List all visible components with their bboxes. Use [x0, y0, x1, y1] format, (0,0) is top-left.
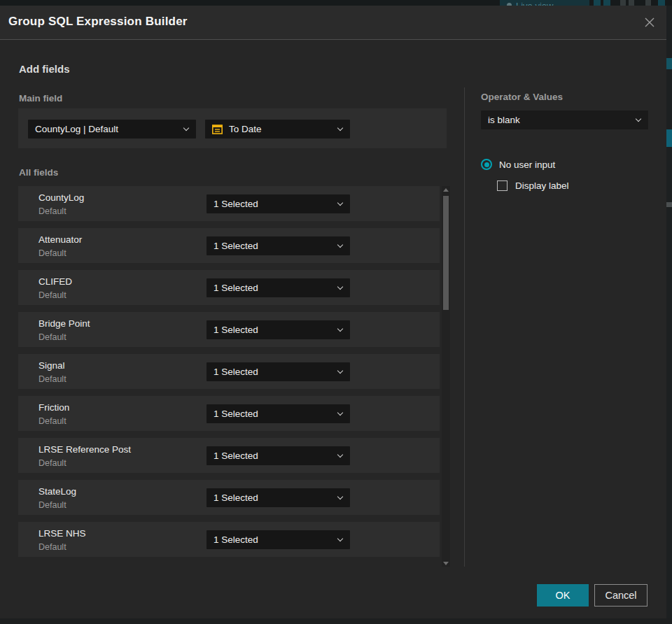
- field-row-attenuator: Attenuator Default 1 Selected: [18, 228, 440, 263]
- calendar-icon: [211, 123, 223, 135]
- chevron-down-icon: [337, 410, 343, 416]
- scroll-down-arrow[interactable]: [442, 560, 450, 567]
- field-selection-value: 1 Selected: [214, 199, 258, 209]
- chevron-down-icon: [337, 242, 343, 248]
- chevron-down-icon: [337, 494, 343, 499]
- toolbar-fragment: [629, 0, 634, 6]
- operator-select[interactable]: is blank: [481, 111, 648, 129]
- operator-values-label: Operator & Values: [481, 92, 563, 102]
- field-selection-value: 1 Selected: [214, 367, 258, 377]
- field-selection-select[interactable]: 1 Selected: [206, 362, 350, 381]
- chevron-down-icon: [337, 536, 343, 541]
- field-selection-select[interactable]: 1 Selected: [206, 320, 350, 339]
- background-fragment: [666, 202, 672, 207]
- display-label-checkbox-row[interactable]: Display label: [497, 180, 569, 191]
- app-background-top: Live view: [0, 0, 672, 6]
- dialog-title: Group SQL Expression Builder: [8, 15, 188, 29]
- live-view-label: Live view: [516, 1, 553, 6]
- field-row-bridge-point: Bridge Point Default 1 Selected: [18, 312, 440, 347]
- no-user-input-label: No user input: [499, 159, 555, 170]
- field-sublabel: Default: [38, 500, 66, 510]
- background-fragment: [666, 129, 672, 147]
- field-selection-value: 1 Selected: [214, 534, 258, 545]
- chevron-down-icon: [337, 200, 343, 206]
- radio-selected-icon[interactable]: [481, 159, 492, 170]
- all-fields-list: CountyLog Default 1 Selected Attenuator …: [18, 186, 440, 564]
- display-label-label: Display label: [515, 180, 569, 191]
- field-selection-select[interactable]: 1 Selected: [206, 194, 350, 213]
- field-name: LRSE NHS: [38, 528, 86, 539]
- main-field-container: CountyLog | Default To Date: [18, 108, 447, 148]
- close-button[interactable]: [641, 14, 658, 31]
- field-selection-select[interactable]: 1 Selected: [206, 530, 350, 549]
- field-name: Attenuator: [38, 234, 82, 245]
- field-selection-value: 1 Selected: [214, 241, 258, 251]
- field-selection-select[interactable]: 1 Selected: [206, 446, 350, 465]
- fields-list-scrollbar[interactable]: [442, 186, 450, 567]
- field-sublabel: Default: [38, 206, 66, 216]
- chevron-down-icon: [337, 452, 343, 458]
- ok-button[interactable]: OK: [537, 584, 589, 607]
- background-fragment: [666, 58, 672, 69]
- panel-divider: [464, 87, 465, 567]
- dialog-header: Group SQL Expression Builder: [0, 6, 666, 40]
- toolbar-fragment: [645, 0, 651, 6]
- main-field-layer-select[interactable]: CountyLog | Default: [28, 120, 196, 139]
- field-sublabel: Default: [38, 458, 66, 468]
- all-fields-label: All fields: [19, 167, 58, 178]
- field-row-signal: Signal Default 1 Selected: [18, 354, 440, 389]
- field-selection-select[interactable]: 1 Selected: [206, 236, 350, 255]
- chevron-down-icon: [337, 326, 343, 332]
- scroll-up-arrow[interactable]: [442, 186, 450, 193]
- field-sublabel: Default: [38, 374, 66, 384]
- main-field-layer-select-value: CountyLog | Default: [35, 124, 118, 134]
- field-sublabel: Default: [38, 416, 66, 426]
- field-name: CLIFED: [38, 276, 72, 287]
- cancel-button[interactable]: Cancel: [594, 584, 648, 607]
- chevron-down-icon: [337, 368, 343, 374]
- live-view-indicator[interactable]: Live view: [500, 0, 589, 6]
- field-name: StateLog: [38, 486, 76, 497]
- toolbar-fragment: [603, 0, 610, 6]
- field-row-friction: Friction Default 1 Selected: [18, 396, 440, 431]
- field-selection-select[interactable]: 1 Selected: [206, 278, 350, 297]
- chevron-down-icon: [337, 284, 343, 290]
- field-name: Friction: [38, 402, 69, 413]
- group-sql-expression-builder-dialog: Group SQL Expression Builder Add fields …: [0, 6, 666, 618]
- main-field-label: Main field: [19, 93, 62, 104]
- field-selection-value: 1 Selected: [214, 451, 258, 461]
- main-field-date-select[interactable]: To Date: [205, 120, 350, 139]
- field-selection-value: 1 Selected: [214, 492, 258, 503]
- chevron-down-icon: [183, 125, 189, 131]
- field-sublabel: Default: [38, 332, 66, 342]
- toolbar-fragment: [658, 0, 665, 6]
- scrollbar-thumb[interactable]: [443, 196, 449, 310]
- field-selection-select[interactable]: 1 Selected: [206, 488, 350, 507]
- app-background-bottom: [0, 618, 672, 624]
- field-selection-value: 1 Selected: [214, 409, 258, 419]
- field-selection-value: 1 Selected: [214, 283, 258, 293]
- field-name: CountyLog: [38, 192, 84, 203]
- field-name: Signal: [38, 360, 65, 371]
- app-background-right: [666, 6, 672, 624]
- field-sublabel: Default: [38, 542, 66, 552]
- toolbar-fragment: [594, 0, 601, 6]
- field-sublabel: Default: [38, 290, 66, 300]
- main-field-date-select-value: To Date: [229, 124, 262, 134]
- field-sublabel: Default: [38, 248, 66, 258]
- field-selection-select[interactable]: 1 Selected: [206, 404, 350, 423]
- field-row-lrse-nhs: LRSE NHS Default 1 Selected: [18, 522, 440, 557]
- no-user-input-radio-row[interactable]: No user input: [481, 159, 555, 170]
- field-selection-value: 1 Selected: [214, 325, 258, 335]
- chevron-down-icon: [337, 125, 343, 131]
- checkbox-unchecked-icon[interactable]: [497, 180, 507, 191]
- field-row-lrse-reference-post: LRSE Reference Post Default 1 Selected: [18, 438, 440, 473]
- triangle-down-icon: [443, 562, 449, 565]
- toolbar-fragment: [620, 0, 626, 6]
- triangle-up-icon: [443, 188, 449, 192]
- chevron-down-icon: [636, 116, 641, 122]
- field-row-clifed: CLIFED Default 1 Selected: [18, 270, 440, 305]
- add-fields-heading: Add fields: [19, 63, 70, 75]
- field-name: LRSE Reference Post: [38, 444, 131, 455]
- field-name: Bridge Point: [38, 318, 90, 329]
